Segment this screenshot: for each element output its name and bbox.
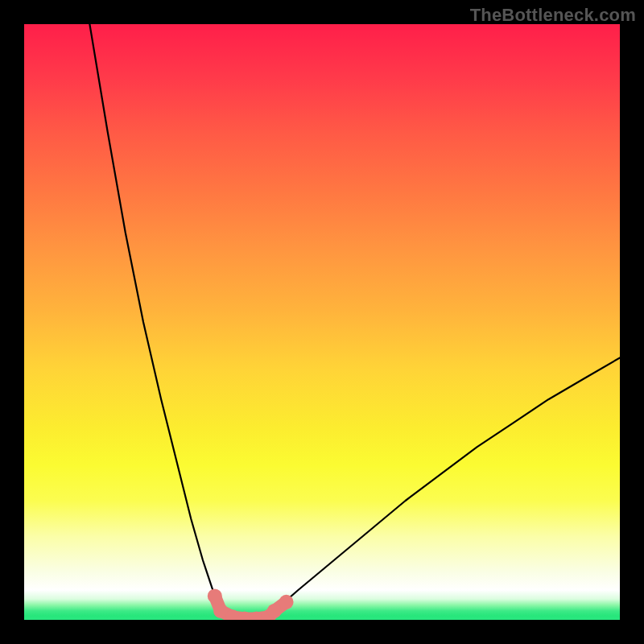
marker-dot <box>267 604 282 618</box>
marker-dot <box>279 595 294 609</box>
marker-dot <box>208 588 222 603</box>
curve-layer <box>24 24 620 620</box>
bottleneck-curve <box>89 24 620 619</box>
plot-area <box>24 24 620 620</box>
watermark-text: TheBottleneck.com <box>470 5 636 26</box>
chart-frame: TheBottleneck.com <box>0 0 644 644</box>
plateau-marker-dots <box>208 588 294 620</box>
